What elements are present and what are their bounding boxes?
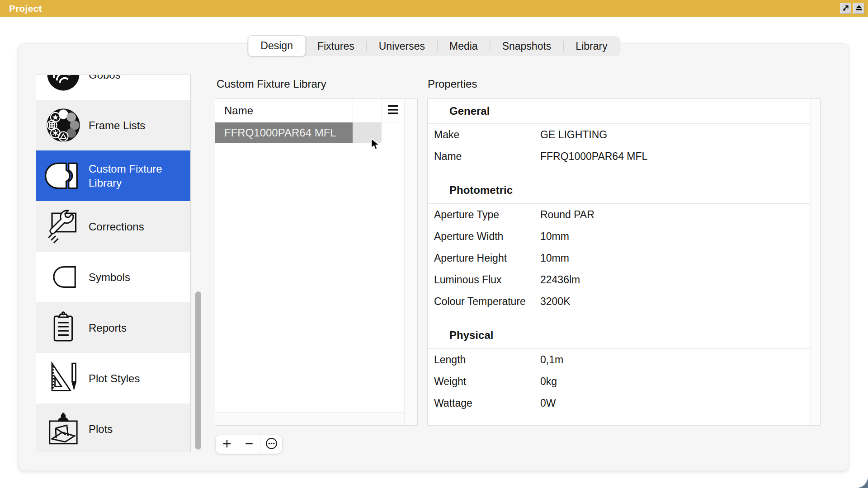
stage-plot-icon	[44, 410, 82, 448]
table-cell-spare	[353, 122, 382, 143]
property-row: Colour Temperature 3200K	[428, 291, 810, 312]
property-value: Round PAR	[540, 209, 810, 221]
tab-label: Universes	[379, 40, 425, 52]
sidebar-item-frame-lists[interactable]: Frame Lists	[36, 100, 190, 150]
plus-icon	[222, 439, 232, 450]
column-header-name[interactable]: Name	[215, 99, 353, 122]
tab-bar: Design Fixtures Universes Media Snapshot…	[247, 36, 620, 56]
property-row: Weight 0kg	[428, 371, 810, 392]
sidebar: Gobos Frame Lists Custom Fixture Library	[36, 75, 191, 452]
tab-library[interactable]: Library	[563, 36, 619, 56]
section-title: Photometric	[428, 183, 810, 204]
property-label: Name	[434, 150, 540, 163]
tab-label: Design	[260, 40, 293, 52]
property-row: Make GE LIGHTING	[428, 124, 810, 145]
eject-icon	[855, 4, 863, 13]
tab-label: Snapshots	[502, 40, 552, 52]
window-controls	[840, 3, 864, 14]
property-row: Wattage 0W	[428, 392, 810, 414]
table-cell-menu	[382, 122, 404, 143]
property-value: 22436lm	[540, 274, 810, 286]
table-menu-button[interactable]	[382, 99, 404, 122]
sidebar-item-label: Gobos	[89, 75, 121, 82]
table-hscrollbar-track[interactable]	[215, 412, 404, 425]
title-bar: Project	[0, 0, 868, 17]
property-row: Luminous Flux 22436lm	[428, 269, 810, 291]
app-window: Project	[0, 0, 868, 488]
setsquare-pen-icon	[44, 359, 82, 397]
more-button[interactable]	[260, 435, 282, 454]
par-symbol-icon	[44, 258, 82, 296]
property-row: Length 0,1m	[428, 349, 810, 371]
property-row: Aperture Width 10mm	[428, 225, 810, 247]
property-row: Aperture Height 10mm	[428, 247, 810, 269]
hamburger-icon	[388, 105, 398, 117]
fixture-table: Name FFRQ1000PAR64 MFL	[215, 99, 418, 426]
sidebar-item-label: Plot Styles	[89, 371, 140, 385]
property-row: Name FFRQ1000PAR64 MFL	[428, 145, 810, 167]
clipboard-icon	[44, 309, 82, 347]
property-label: Luminous Flux	[434, 274, 540, 286]
sidebar-item-plots[interactable]: Plots	[36, 404, 190, 452]
tab-label: Media	[449, 40, 478, 52]
properties-scrollbar-track[interactable]	[810, 99, 820, 425]
sidebar-item-custom-fixture-library[interactable]: Custom Fixture Library	[36, 150, 190, 201]
table-body: FFRQ1000PAR64 MFL	[215, 122, 417, 143]
library-title: Custom Fixture Library	[217, 78, 326, 90]
sidebar-item-label: Symbols	[89, 270, 130, 284]
sidebar-item-corrections[interactable]: Corrections	[36, 201, 190, 252]
property-label: Make	[434, 129, 540, 141]
table-header: Name	[215, 99, 417, 122]
property-value: 0kg	[540, 375, 810, 388]
sidebar-item-plot-styles[interactable]: Plot Styles	[36, 353, 190, 404]
sidebar-item-label: Plots	[89, 422, 113, 436]
property-value: 10mm	[540, 252, 810, 264]
main-panel: Gobos Frame Lists Custom Fixture Library	[18, 43, 849, 471]
property-label: Aperture Type	[434, 209, 540, 221]
property-row: Aperture Type Round PAR	[428, 204, 810, 225]
property-label: Wattage	[434, 397, 540, 409]
sidebar-scrollbar-thumb[interactable]	[195, 291, 201, 450]
remove-button[interactable]	[238, 435, 260, 454]
window-title: Project	[9, 3, 42, 14]
library-toolbar	[216, 435, 282, 454]
tab-snapshots[interactable]: Snapshots	[490, 36, 564, 56]
section-general: General Make GE LIGHTING Name FFRQ1000PA…	[428, 99, 810, 167]
property-value: GE LIGHTING	[540, 129, 810, 141]
ellipsis-circle-icon	[265, 437, 278, 451]
table-row[interactable]: FFRQ1000PAR64 MFL	[215, 122, 417, 143]
sidebar-item-label: Frame Lists	[89, 118, 145, 132]
column-header-spare	[353, 99, 382, 122]
table-scrollbar-track[interactable]	[404, 99, 417, 425]
add-button[interactable]	[216, 435, 238, 454]
sidebar-item-label: Corrections	[89, 220, 144, 234]
gobo-wheel-icon	[44, 75, 82, 94]
tab-design[interactable]: Design	[248, 35, 306, 56]
tab-label: Fixtures	[317, 40, 354, 52]
section-photometric: Photometric Aperture Type Round PAR Aper…	[428, 183, 810, 312]
property-label: Weight	[434, 375, 540, 388]
properties-panel: General Make GE LIGHTING Name FFRQ1000PA…	[427, 99, 821, 426]
property-label: Colour Temperature	[434, 296, 540, 308]
properties-title: Properties	[428, 78, 477, 90]
property-label: Aperture Height	[434, 252, 540, 264]
sidebar-item-reports[interactable]: Reports	[36, 302, 190, 353]
tab-universes[interactable]: Universes	[367, 36, 437, 56]
tab-media[interactable]: Media	[437, 36, 490, 56]
properties-content: General Make GE LIGHTING Name FFRQ1000PA…	[428, 99, 810, 425]
sidebar-item-label: Reports	[89, 321, 127, 335]
property-value: 0W	[540, 397, 810, 409]
sidebar-item-gobos[interactable]: Gobos	[36, 75, 190, 100]
eject-button[interactable]	[853, 3, 864, 14]
maximize-icon	[842, 4, 849, 13]
maximize-button[interactable]	[840, 3, 851, 14]
section-title: Physical	[428, 328, 810, 349]
sidebar-item-symbols[interactable]: Symbols	[36, 252, 190, 302]
property-label: Aperture Width	[434, 230, 540, 243]
frame-wheel-icon	[44, 106, 82, 144]
minus-icon	[244, 439, 254, 450]
sidebar-item-label: Custom Fixture Library	[89, 162, 177, 190]
tab-fixtures[interactable]: Fixtures	[305, 36, 367, 56]
property-value: 10mm	[540, 230, 810, 243]
property-value: 0,1m	[540, 354, 810, 366]
